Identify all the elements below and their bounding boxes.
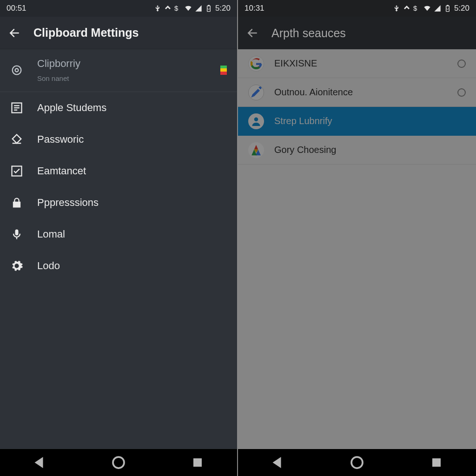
page-title: Clipboard Mettings	[33, 26, 139, 40]
source-item-strep-lubnrify[interactable]: Strep Lubnrify	[238, 107, 476, 136]
svg-point-11	[113, 457, 124, 468]
nav-recent-button[interactable]	[189, 454, 206, 471]
status-clock-left: 00:51	[7, 4, 26, 13]
svg-point-4	[15, 68, 19, 72]
status-bar: 10:31 $ U 5:20	[238, 0, 476, 17]
navigation-bar	[238, 449, 476, 476]
nav-home-button[interactable]	[349, 454, 365, 471]
google-a-icon	[248, 142, 264, 158]
app-bar: Clipboard Mettings	[0, 17, 237, 49]
cell-signal-icon	[434, 5, 441, 12]
svg-rect-14	[447, 5, 449, 6]
lock-icon	[10, 196, 23, 209]
list-item-label: Eamtancet	[37, 165, 86, 177]
cell-signal-icon	[195, 5, 202, 12]
svg-rect-1	[208, 5, 210, 6]
source-item-gory-choesing[interactable]: Gory Choesing	[238, 136, 476, 165]
screen-sources: 10:31 $ U 5:20 Arpth seauces	[238, 0, 476, 476]
back-button[interactable]	[246, 27, 258, 39]
checkbox-icon	[10, 165, 23, 178]
status-icons: $ U 5:20	[154, 4, 231, 13]
usb-icon	[154, 5, 161, 12]
pen-circle-icon	[248, 85, 264, 100]
status-bar: 00:51 $ U 5:20	[0, 0, 237, 17]
svg-text:U: U	[208, 7, 210, 10]
source-item-label: EIKXISNE	[274, 58, 447, 69]
diamond-icon	[10, 133, 23, 146]
list-item-label: Passworic	[37, 133, 84, 145]
list-item-passworic[interactable]: Passworic	[0, 124, 237, 155]
source-item-label: Strep Lubnrify	[274, 116, 466, 126]
mic-icon	[10, 228, 23, 241]
page-title: Arpth seauces	[271, 26, 346, 40]
dollar-icon: $	[174, 5, 182, 12]
list-item-lomal[interactable]: Lomal	[0, 218, 237, 250]
dollar-icon: $	[413, 5, 421, 12]
usb-icon	[393, 5, 400, 12]
person-circle-icon	[248, 113, 264, 129]
back-button[interactable]	[8, 27, 20, 39]
source-item-label: Gory Choesing	[274, 145, 466, 155]
nav-recent-button[interactable]	[428, 454, 445, 471]
cast-icon	[164, 5, 172, 12]
source-item-label: Outnou. Aionitence	[274, 87, 447, 98]
navigation-bar	[0, 449, 237, 476]
svg-point-16	[254, 117, 258, 121]
list-item-subtitle: Son nanet	[37, 74, 206, 82]
gear-icon	[10, 259, 23, 272]
status-clock-right: 5:20	[215, 4, 231, 13]
flag-icon	[220, 66, 227, 75]
cast-icon	[403, 5, 410, 12]
status-clock-left: 10:31	[245, 4, 264, 13]
svg-rect-18	[432, 458, 441, 467]
battery-icon: U	[444, 5, 451, 12]
list-item-label: Pppresssions	[37, 197, 99, 209]
list-icon	[10, 101, 23, 114]
svg-text:U: U	[447, 7, 449, 10]
settings-list: Clipborriy Son nanet Apple Studems Passw…	[0, 49, 237, 449]
list-item-label: Apple Studems	[37, 102, 106, 114]
status-icons: $ U 5:20	[393, 4, 469, 13]
nav-home-button[interactable]	[110, 454, 127, 471]
source-item-eikxisne[interactable]: EIKXISNE	[238, 49, 476, 78]
wifi-icon	[185, 5, 192, 12]
status-clock-right: 5:20	[454, 4, 469, 13]
sources-list: EIKXISNE Outnou. Aionitence Strep Lubnri…	[238, 49, 476, 449]
svg-rect-12	[193, 458, 202, 467]
wifi-icon	[423, 5, 431, 12]
source-item-outnou[interactable]: Outnou. Aionitence	[238, 78, 476, 107]
google-g-icon	[248, 56, 264, 72]
list-item-clipboard[interactable]: Clipborriy Son nanet	[0, 49, 237, 92]
list-item-title: Clipborriy	[37, 58, 206, 70]
nav-back-button[interactable]	[269, 454, 286, 471]
list-item-label: Lomal	[37, 228, 65, 240]
list-item-pppresssions[interactable]: Pppresssions	[0, 187, 237, 218]
list-item-lodo[interactable]: Lodo	[0, 250, 237, 282]
svg-point-3	[13, 66, 21, 74]
nav-back-button[interactable]	[31, 454, 48, 471]
screen-settings: 00:51 $ U 5:20 Clipboard Mettings	[0, 0, 238, 476]
settings-outline-icon	[10, 64, 23, 77]
radio-unselected[interactable]	[457, 88, 466, 97]
app-bar: Arpth seauces	[238, 17, 476, 49]
list-item-label: Lodo	[37, 260, 60, 272]
svg-point-17	[351, 457, 363, 468]
radio-unselected[interactable]	[457, 60, 466, 68]
battery-icon: U	[205, 5, 212, 12]
list-item-apple-studems[interactable]: Apple Studems	[0, 92, 237, 124]
list-item-eamtancet[interactable]: Eamtancet	[0, 155, 237, 187]
